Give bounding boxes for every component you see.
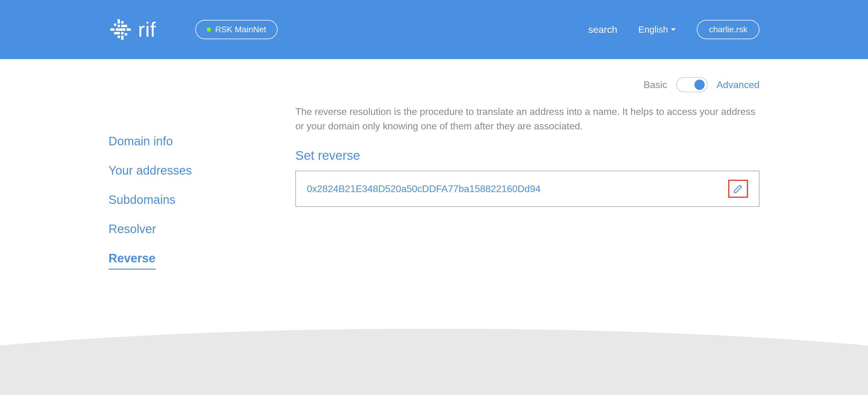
toggle-advanced-label[interactable]: Advanced [717,79,760,90]
search-link[interactable]: search [588,24,617,35]
toggle-basic-label[interactable]: Basic [644,79,667,90]
svg-rect-10 [125,33,127,36]
section-title: Set reverse [296,148,760,163]
mode-toggle-switch[interactable] [676,77,708,92]
sidebar-item-reverse[interactable]: Reverse [108,251,156,270]
svg-rect-3 [118,25,120,27]
language-label: English [638,24,668,35]
pencil-icon [733,184,743,194]
svg-rect-1 [121,21,124,24]
network-label: RSK MainNet [215,25,267,34]
logo-text: rif [138,18,156,41]
svg-rect-7 [127,28,131,31]
sidebar-item-subdomains[interactable]: Subdomains [108,193,176,207]
sidebar: Domain info Your addresses Subdomains Re… [108,77,296,285]
svg-rect-2 [114,24,116,26]
svg-rect-6 [116,28,125,31]
rif-logo-icon [108,18,133,41]
svg-rect-4 [121,25,127,27]
user-badge[interactable]: charlie.rsk [697,20,760,39]
svg-rect-0 [118,19,120,24]
svg-rect-8 [114,32,120,34]
sidebar-item-your-addresses[interactable]: Your addresses [108,164,192,177]
sidebar-item-resolver[interactable]: Resolver [108,222,156,236]
content-area: Basic Advanced The reverse resolution is… [296,77,760,285]
mode-toggle-row: Basic Advanced [296,77,760,92]
chevron-down-icon [671,28,676,31]
network-status-dot-icon [207,27,211,32]
network-badge[interactable]: RSK MainNet [195,20,278,39]
svg-rect-5 [110,28,115,31]
main-content: Domain info Your addresses Subdomains Re… [0,59,868,285]
toggle-knob [694,80,705,90]
edit-button[interactable] [728,180,748,198]
reverse-address-box: 0x2824B21E348D520a50cDDFA77ba158822160Dd… [296,171,760,207]
header-right: search English charlie.rsk [588,20,760,39]
svg-rect-11 [118,36,120,38]
svg-rect-12 [121,36,124,40]
header: rif RSK MainNet search English charlie.r… [0,0,868,59]
sidebar-item-domain-info[interactable]: Domain info [108,134,173,148]
page-description: The reverse resolution is the procedure … [296,104,760,133]
reverse-address-value: 0x2824B21E348D520a50cDDFA77ba158822160Dd… [307,183,541,194]
logo[interactable]: rif [108,18,156,41]
footer-decoration [0,329,868,395]
header-left: rif RSK MainNet [108,18,278,41]
language-selector[interactable]: English [638,24,676,35]
svg-rect-9 [121,32,124,34]
